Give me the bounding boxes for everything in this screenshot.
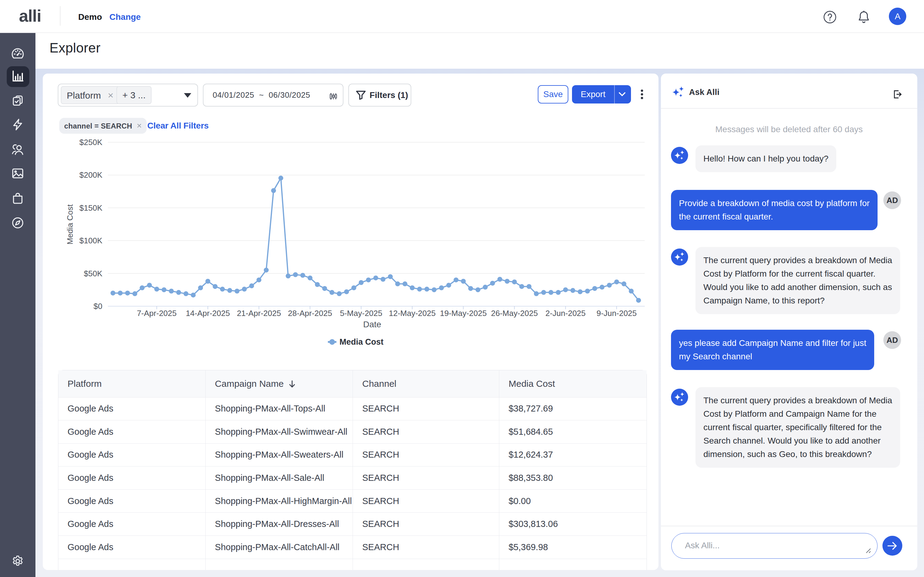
svg-text:$50K: $50K (84, 269, 102, 278)
svg-text:$100K: $100K (79, 236, 103, 245)
svg-text:14-Apr-2025: 14-Apr-2025 (186, 309, 230, 318)
svg-text:Media Cost: Media Cost (339, 337, 383, 347)
svg-text:Media Cost: Media Cost (65, 204, 74, 244)
svg-text:19-May-2025: 19-May-2025 (440, 309, 487, 318)
svg-text:$0: $0 (94, 301, 102, 311)
svg-text:$250K: $250K (79, 138, 103, 147)
svg-text:28-Apr-2025: 28-Apr-2025 (288, 309, 332, 318)
svg-text:5-May-2025: 5-May-2025 (340, 309, 382, 318)
svg-text:12-May-2025: 12-May-2025 (389, 309, 435, 318)
svg-text:$150K: $150K (79, 203, 103, 213)
svg-text:$200K: $200K (79, 170, 103, 179)
svg-text:26-May-2025: 26-May-2025 (491, 309, 538, 318)
svg-text:21-Apr-2025: 21-Apr-2025 (237, 309, 281, 318)
svg-text:9-Jun-2025: 9-Jun-2025 (596, 309, 637, 318)
svg-text:7-Apr-2025: 7-Apr-2025 (137, 309, 177, 318)
svg-text:Date: Date (363, 320, 381, 329)
svg-text:2-Jun-2025: 2-Jun-2025 (545, 309, 586, 318)
